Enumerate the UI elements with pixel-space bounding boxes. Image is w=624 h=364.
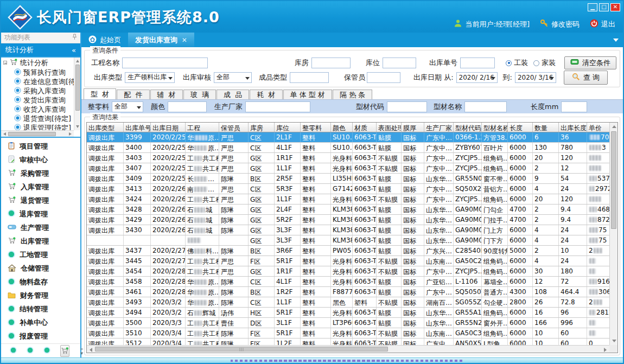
sidebar-module-14[interactable]: 报废管理 (8, 331, 80, 341)
clear-conditions-button[interactable]: 清空条件 (564, 56, 616, 69)
tree-vertical-scrollbar[interactable] (74, 58, 80, 130)
vendor-input[interactable] (245, 101, 310, 112)
tab-close-icon[interactable]: ✕ (182, 36, 187, 44)
table-row[interactable]: 调拨出库34542020/2/28工共工程严思G区1R1F整料光身料6063-T… (87, 266, 609, 277)
out-type-select[interactable]: 生产领料出库 (125, 72, 175, 83)
table-row[interactable]: 调拨出库33992020/2/25华原…严思C区2L1F整料SU10…6063-… (87, 132, 609, 143)
column-header-17[interactable]: 出库长度 (559, 123, 587, 132)
table-row[interactable]: 调拨出库35102020/3/4工共工程陈琳F区5R1F整料光身料6063-T5… (87, 328, 609, 339)
order-no-input[interactable] (460, 58, 495, 68)
table-row[interactable]: 调拨出库34092020/2/25长…陈琳B区2R5F整料LI35HD6063-… (87, 174, 609, 184)
table-row[interactable]: 调拨出库34032020/2/25工共工程严思G区1R1F整料光身料6063-T… (87, 153, 609, 163)
material-tab-5[interactable]: 耗 材 (250, 90, 282, 99)
sidebar-module-7[interactable]: 出库管理 (8, 237, 80, 246)
material-tab-4[interactable]: 成 品 (217, 90, 249, 99)
column-header-15[interactable]: 长度 (508, 123, 533, 132)
profile-code-input[interactable] (387, 101, 427, 112)
table-row[interactable]: 调拨出库34582020/2/28华原…陈琳C区4L1F整料光身料6063-T5… (87, 277, 609, 287)
date-from-select[interactable]: 2020/ 2/16 (456, 72, 498, 83)
tree-item-0[interactable]: 预算执行查询 (1, 68, 74, 77)
table-row[interactable]: 调拨出库34612020/2/28华原…陈琳B区1R2F整料F8877FT606… (87, 287, 609, 297)
table-row[interactable]: 调拨出库34002020/2/25华原…严思C区4L1F整料SU10…6063-… (87, 143, 609, 153)
tree-horizontal-scrollbar[interactable] (1, 130, 74, 137)
minimize-icon[interactable]: ▁ (588, 3, 597, 11)
tree-item-4[interactable]: 收货入库查询 (1, 105, 74, 114)
sidebar-module-1[interactable]: 审核中心 (8, 155, 80, 165)
table-row[interactable]: 调拨出库34292020/2/26石城陈琳G区5R2F整料KLM38176063… (87, 215, 609, 225)
material-tab-3[interactable]: 玻 璃 (183, 90, 216, 99)
material-tab-7[interactable]: 隔 热 条 (333, 90, 372, 99)
table-row[interactable]: 调拨出库34242020/2/26工共工程严思G区1L1F整料光身料6063-T… (87, 194, 609, 205)
tree-expander-icon[interactable] (3, 61, 7, 65)
sidebar-module-6[interactable]: 生产管理 (8, 223, 80, 233)
material-tab-6[interactable]: 单 体 型 材 (283, 90, 332, 99)
tab-outbound-query[interactable]: 发货出库查询 ✕ (128, 33, 194, 47)
sidebar-module-12[interactable]: 结转管理 (8, 304, 80, 314)
column-header-5[interactable]: 库房 (249, 123, 275, 132)
close-icon[interactable]: ✕ (610, 3, 620, 11)
table-row[interactable]: 调拨出库34302020/2/26石城陈琳G区3L3F整料KLM38176063… (87, 225, 609, 235)
table-row[interactable]: 调拨出库34282020/2/26石城陈琳G区2L4F整料KLM38176063… (87, 205, 609, 215)
column-header-14[interactable]: 型材名称 (482, 123, 508, 132)
date-to-select[interactable]: 2020/ 3/16 (515, 72, 556, 83)
tree-item-1[interactable]: 在途信息查询[待 (1, 77, 74, 86)
column-header-4[interactable]: 保管员 (219, 123, 249, 132)
table-row[interactable]: 调拨出库34932020/3/2华原…陈琳C区1L1F整料黑色塑料不贴膜国标湖南… (87, 297, 609, 308)
tree-item-6[interactable]: 退库管理[待定] (1, 123, 74, 130)
product-type-input[interactable] (290, 72, 329, 83)
logout-button[interactable]: 退出 (590, 19, 615, 29)
table-row[interactable]: 调拨出库34072020/2/25工共工程严思G区1L1F整料光身料6063-T… (87, 163, 609, 174)
sidebar-module-3[interactable]: 入库管理 (8, 182, 80, 192)
profile-name-input[interactable] (464, 101, 507, 112)
table-vertical-scrollbar[interactable] (609, 123, 617, 345)
column-header-18[interactable]: 单价 (587, 123, 609, 132)
change-password-button[interactable]: 修改密码 (540, 19, 580, 29)
column-header-10[interactable]: 表面处理 (377, 123, 402, 132)
pin-icon[interactable] (72, 34, 77, 42)
green-dot-icon[interactable] (43, 346, 50, 356)
column-header-6[interactable]: 库位 (275, 123, 301, 132)
sidebar-module-2[interactable]: 采购管理 (8, 169, 80, 178)
tab-list-dropdown-icon[interactable] (613, 39, 619, 42)
sidebar-module-10[interactable]: 物料盘存 (8, 277, 80, 287)
green-dot-icon[interactable] (27, 346, 34, 356)
column-header-3[interactable]: 工程 (186, 123, 219, 132)
keeper-input[interactable] (367, 72, 400, 83)
column-header-1[interactable]: 出库单号 (124, 123, 151, 132)
column-header-8[interactable]: 颜色 (331, 123, 353, 132)
search-button[interactable]: 查 询 (564, 71, 608, 85)
table-row[interactable]: 调拨出库35002020/3/3工共工程曹佳D区3L1F整料LT3P606063… (87, 318, 609, 328)
material-tab-0[interactable]: 型 材 (84, 88, 116, 99)
table-row[interactable]: 调拨出库35122020/3/4工共工程陈琳F区1L2F整料光身料6063-T5… (87, 339, 609, 345)
sidebar-module-0[interactable]: 项目管理 (8, 142, 80, 151)
length-input[interactable] (561, 101, 587, 112)
table-row[interactable]: 调拨出库34452020/2/27工共工程严思F区5R1F整料光身料6063-T… (87, 256, 609, 266)
tree-item-3[interactable]: 发货出库查询 (1, 95, 74, 105)
collapse-icon[interactable]: « (72, 46, 76, 54)
column-header-11[interactable]: 膜厚 (402, 123, 424, 132)
sidebar-module-13[interactable]: 补单中心 (8, 318, 80, 328)
table-horizontal-scrollbar[interactable] (87, 345, 609, 353)
table-row[interactable]: G区3L3F整料KLM38176063-T5贴膜国标山东华…GA90M09…门下… (87, 235, 609, 246)
warehouse-input[interactable] (311, 58, 351, 68)
table-row[interactable]: 调拨出库34132020/2/26南…严思C区5R3F整料G714226063-… (87, 184, 609, 194)
column-header-9[interactable]: 材质 (353, 123, 377, 132)
column-header-16[interactable]: 数量 (533, 123, 559, 132)
tree-root[interactable]: 统计分析 (1, 58, 74, 68)
table-row[interactable]: 调拨出库34372020/2/27佛料…陈琳B区3R6F整料PW056063-T… (87, 246, 609, 256)
stats-panel-header[interactable]: 统计分析 « (1, 43, 80, 56)
maximize-icon[interactable]: □ (599, 3, 609, 11)
cart-toolbar-button[interactable] (60, 345, 69, 357)
material-tab-2[interactable]: 辅 材 (150, 90, 183, 99)
tree-item-2[interactable]: 采购入库查询 (1, 86, 74, 95)
sidebar-module-5[interactable]: 退库管理 (8, 209, 80, 219)
project-name-input[interactable] (122, 58, 208, 68)
green-dot-icon[interactable] (10, 346, 17, 356)
column-header-13[interactable]: 型材代码 (454, 123, 482, 132)
sidebar-module-9[interactable]: 仓储管理 (8, 264, 80, 273)
location-input[interactable] (383, 58, 416, 68)
color-input[interactable] (168, 101, 207, 112)
column-header-0[interactable]: 出库类型 (87, 123, 124, 132)
column-header-7[interactable]: 整零料 (301, 123, 331, 132)
sidebar-module-4[interactable]: 退货管理 (8, 196, 80, 206)
